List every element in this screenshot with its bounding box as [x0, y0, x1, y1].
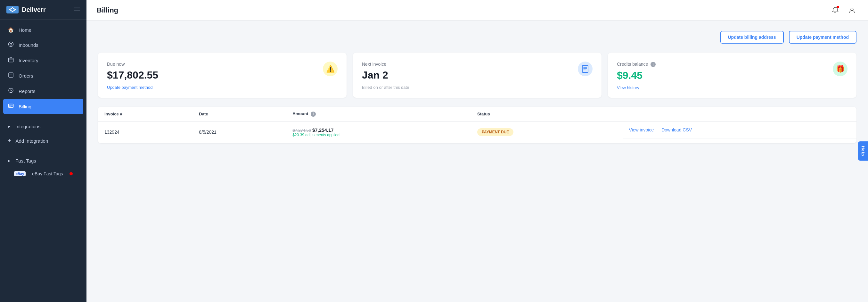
billing-icon [8, 103, 14, 110]
next-invoice-sub: Billed on or after this date [362, 85, 593, 90]
update-billing-address-button[interactable]: Update billing address [720, 31, 784, 44]
sidebar-item-integrations[interactable]: ▶ Integrations [0, 119, 87, 133]
sidebar-item-orders[interactable]: Orders [0, 68, 87, 83]
amount-original: $7,274.56 [292, 128, 311, 133]
credits-balance-label: Credits balance i [617, 61, 847, 67]
invoice-amount-cell: $7,274.56 $7,254.17 $20.39 adjustments a… [286, 121, 471, 143]
col-amount: Amount i [286, 107, 471, 121]
credits-balance-value: $9.45 [617, 70, 847, 81]
page-title: Billing [97, 6, 118, 15]
svg-rect-1 [74, 9, 80, 9]
sidebar-item-add-integration[interactable]: + Add Integration [0, 133, 87, 148]
amount-info-icon[interactable]: i [311, 112, 316, 117]
topbar-actions [830, 4, 858, 16]
svg-rect-9 [9, 106, 10, 107]
svg-point-3 [9, 42, 13, 47]
chevron-right-icon: ▶ [8, 125, 10, 129]
orders-icon [8, 72, 14, 79]
warning-icon: ⚠️ [323, 61, 338, 76]
sidebar-item-billing[interactable]: Billing [3, 99, 83, 114]
col-actions [623, 107, 857, 121]
svg-point-10 [851, 8, 853, 10]
invoice-number-cell: 132924 [98, 121, 192, 143]
topbar: Billing [87, 0, 868, 21]
view-invoice-link[interactable]: View invoice [629, 127, 654, 132]
sidebar-nav: 🏠 Home Inbounds Inventory [0, 20, 87, 302]
help-button[interactable]: Help [858, 141, 868, 161]
invoice-date-cell: 8/5/2021 [192, 121, 286, 143]
reports-icon [8, 87, 14, 94]
table-row: 132924 8/5/2021 $7,274.56 $7,254.17 $20.… [98, 121, 857, 143]
ebay-badge: eBay [14, 171, 26, 176]
home-icon: 🏠 [8, 27, 14, 33]
logo-icon [6, 6, 19, 13]
sidebar-header: Deliverr [0, 0, 87, 20]
col-status: Status [471, 107, 623, 121]
svg-rect-2 [74, 10, 80, 11]
credits-info-icon[interactable]: i [651, 62, 656, 67]
sidebar-item-inventory[interactable]: Inventory [0, 53, 87, 68]
update-payment-method-button-top[interactable]: Update payment method [789, 31, 857, 44]
download-csv-link[interactable]: Download CSV [661, 127, 692, 132]
svg-point-4 [10, 43, 12, 45]
sidebar-item-inbounds[interactable]: Inbounds [0, 37, 87, 53]
logo: Deliverr [6, 6, 46, 13]
due-now-label: Due now [107, 61, 338, 67]
due-now-value: $17,802.55 [107, 69, 338, 81]
sidebar-item-ebay-fast-tags[interactable]: eBay eBay Fast Tags [0, 168, 87, 180]
chevron-right-icon-2: ▶ [8, 159, 10, 163]
amount-main: $7,254.17 [312, 127, 334, 133]
svg-rect-11 [582, 65, 588, 73]
col-date: Date [192, 107, 286, 121]
next-invoice-label: Next invoice [362, 61, 593, 67]
sidebar-item-home[interactable]: 🏠 Home [0, 23, 87, 37]
main-content: Billing Update billing address Update pa… [87, 0, 868, 302]
update-payment-method-link[interactable]: Update payment method [107, 85, 338, 90]
view-history-link[interactable]: View history [617, 85, 847, 90]
invoice-actions-cell: View invoice Download CSV [623, 121, 857, 138]
svg-rect-5 [9, 58, 13, 62]
invoices-table: Invoice # Date Amount i Status [98, 107, 857, 143]
col-invoice-num: Invoice # [98, 107, 192, 121]
svg-rect-8 [9, 104, 13, 108]
inbounds-icon [8, 42, 14, 48]
sidebar-item-reports[interactable]: Reports [0, 83, 87, 99]
notification-bell[interactable] [830, 4, 841, 16]
sidebar-item-fast-tags[interactable]: ▶ Fast Tags [0, 154, 87, 168]
svg-rect-0 [74, 7, 80, 7]
payment-due-badge: PAYMENT DUE [477, 128, 514, 136]
summary-cards: ⚠️ Due now $17,802.55 Update payment met… [98, 53, 857, 98]
hamburger-icon[interactable] [74, 7, 80, 12]
header-actions: Update billing address Update payment me… [98, 31, 857, 44]
error-indicator [69, 172, 73, 175]
inventory-icon [8, 57, 14, 64]
invoice-icon [578, 61, 593, 76]
notification-dot [837, 6, 839, 8]
credits-balance-card: 🎁 Credits balance i $9.45 View history [608, 53, 857, 98]
gift-icon: 🎁 [833, 61, 847, 76]
invoice-status-cell: PAYMENT DUE [471, 121, 623, 143]
plus-icon: + [8, 138, 11, 144]
due-now-card: ⚠️ Due now $17,802.55 Update payment met… [98, 53, 346, 98]
amount-adjustment: $20.39 adjustments applied [292, 133, 464, 137]
content-area: Update billing address Update payment me… [87, 21, 868, 302]
next-invoice-card: Next invoice Jan 2 Billed on or after th… [353, 53, 601, 98]
user-avatar[interactable] [846, 4, 858, 16]
next-invoice-value: Jan 2 [362, 69, 593, 81]
invoice-table-element: Invoice # Date Amount i Status [98, 107, 857, 143]
sidebar: Deliverr 🏠 Home Inbounds [0, 0, 87, 302]
